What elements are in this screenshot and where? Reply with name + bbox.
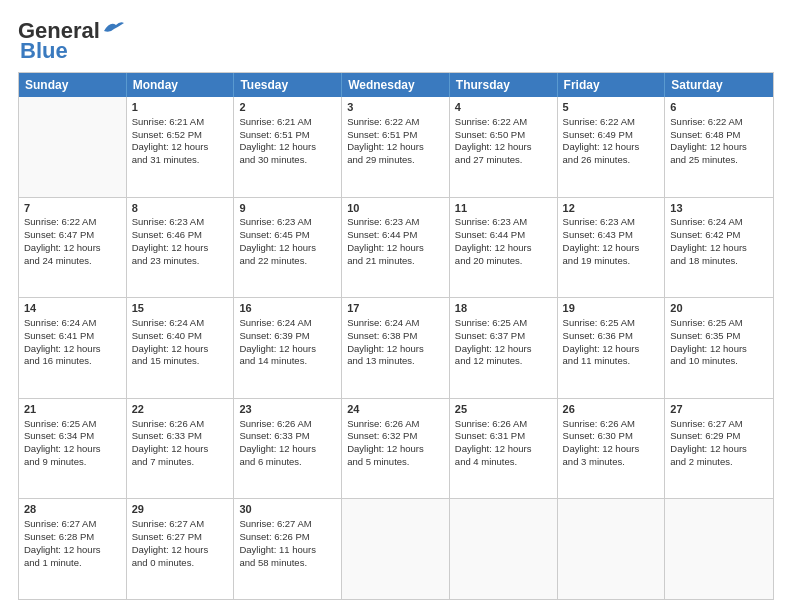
day-info: Sunrise: 6:24 AM bbox=[347, 317, 444, 330]
day-info: Daylight: 12 hours bbox=[347, 242, 444, 255]
day-info: Daylight: 12 hours bbox=[239, 242, 336, 255]
day-cell-12: 12Sunrise: 6:23 AMSunset: 6:43 PMDayligh… bbox=[558, 198, 666, 298]
day-info: Sunset: 6:33 PM bbox=[239, 430, 336, 443]
day-info: Daylight: 12 hours bbox=[132, 141, 229, 154]
day-info: Sunset: 6:51 PM bbox=[347, 129, 444, 142]
day-info: and 20 minutes. bbox=[455, 255, 552, 268]
day-number: 7 bbox=[24, 201, 121, 216]
day-info: Sunset: 6:46 PM bbox=[132, 229, 229, 242]
day-info: Daylight: 12 hours bbox=[563, 141, 660, 154]
day-info: Sunset: 6:34 PM bbox=[24, 430, 121, 443]
day-info: and 23 minutes. bbox=[132, 255, 229, 268]
day-info: Sunset: 6:37 PM bbox=[455, 330, 552, 343]
day-info: Sunrise: 6:22 AM bbox=[670, 116, 768, 129]
day-info: Daylight: 12 hours bbox=[24, 443, 121, 456]
day-info: Sunrise: 6:24 AM bbox=[132, 317, 229, 330]
day-number: 21 bbox=[24, 402, 121, 417]
day-number: 16 bbox=[239, 301, 336, 316]
day-cell-14: 14Sunrise: 6:24 AMSunset: 6:41 PMDayligh… bbox=[19, 298, 127, 398]
day-number: 22 bbox=[132, 402, 229, 417]
day-cell-10: 10Sunrise: 6:23 AMSunset: 6:44 PMDayligh… bbox=[342, 198, 450, 298]
day-number: 20 bbox=[670, 301, 768, 316]
day-info: Sunset: 6:44 PM bbox=[347, 229, 444, 242]
day-info: Sunrise: 6:24 AM bbox=[239, 317, 336, 330]
day-info: Sunset: 6:33 PM bbox=[132, 430, 229, 443]
day-number: 2 bbox=[239, 100, 336, 115]
day-info: and 29 minutes. bbox=[347, 154, 444, 167]
day-info: and 25 minutes. bbox=[670, 154, 768, 167]
day-info: and 3 minutes. bbox=[563, 456, 660, 469]
day-info: Sunset: 6:49 PM bbox=[563, 129, 660, 142]
day-info: and 21 minutes. bbox=[347, 255, 444, 268]
day-number: 18 bbox=[455, 301, 552, 316]
day-number: 17 bbox=[347, 301, 444, 316]
day-number: 23 bbox=[239, 402, 336, 417]
day-cell-21: 21Sunrise: 6:25 AMSunset: 6:34 PMDayligh… bbox=[19, 399, 127, 499]
day-info: Sunset: 6:30 PM bbox=[563, 430, 660, 443]
header-cell-thursday: Thursday bbox=[450, 73, 558, 97]
day-info: and 14 minutes. bbox=[239, 355, 336, 368]
calendar-body: 1Sunrise: 6:21 AMSunset: 6:52 PMDaylight… bbox=[19, 97, 773, 599]
day-info: and 11 minutes. bbox=[563, 355, 660, 368]
day-number: 3 bbox=[347, 100, 444, 115]
day-info: Sunrise: 6:27 AM bbox=[239, 518, 336, 531]
day-cell-23: 23Sunrise: 6:26 AMSunset: 6:33 PMDayligh… bbox=[234, 399, 342, 499]
day-info: Sunset: 6:44 PM bbox=[455, 229, 552, 242]
day-cell-29: 29Sunrise: 6:27 AMSunset: 6:27 PMDayligh… bbox=[127, 499, 235, 599]
day-number: 28 bbox=[24, 502, 121, 517]
day-info: Daylight: 12 hours bbox=[239, 141, 336, 154]
day-info: Daylight: 12 hours bbox=[24, 343, 121, 356]
calendar: SundayMondayTuesdayWednesdayThursdayFrid… bbox=[18, 72, 774, 600]
day-info: and 12 minutes. bbox=[455, 355, 552, 368]
day-info: Sunrise: 6:25 AM bbox=[455, 317, 552, 330]
header-cell-tuesday: Tuesday bbox=[234, 73, 342, 97]
day-cell-22: 22Sunrise: 6:26 AMSunset: 6:33 PMDayligh… bbox=[127, 399, 235, 499]
day-cell-30: 30Sunrise: 6:27 AMSunset: 6:26 PMDayligh… bbox=[234, 499, 342, 599]
day-info: Sunrise: 6:26 AM bbox=[132, 418, 229, 431]
day-cell-9: 9Sunrise: 6:23 AMSunset: 6:45 PMDaylight… bbox=[234, 198, 342, 298]
day-info: Sunrise: 6:26 AM bbox=[455, 418, 552, 431]
day-info: and 27 minutes. bbox=[455, 154, 552, 167]
day-info: Sunrise: 6:21 AM bbox=[239, 116, 336, 129]
day-number: 19 bbox=[563, 301, 660, 316]
day-info: Daylight: 12 hours bbox=[24, 242, 121, 255]
day-info: and 18 minutes. bbox=[670, 255, 768, 268]
day-info: Sunrise: 6:27 AM bbox=[132, 518, 229, 531]
day-info: Sunrise: 6:23 AM bbox=[132, 216, 229, 229]
day-info: Sunrise: 6:23 AM bbox=[347, 216, 444, 229]
calendar-header: SundayMondayTuesdayWednesdayThursdayFrid… bbox=[19, 73, 773, 97]
day-info: Daylight: 12 hours bbox=[347, 141, 444, 154]
day-info: Sunset: 6:32 PM bbox=[347, 430, 444, 443]
day-info: and 58 minutes. bbox=[239, 557, 336, 570]
day-cell-1: 1Sunrise: 6:21 AMSunset: 6:52 PMDaylight… bbox=[127, 97, 235, 197]
day-number: 13 bbox=[670, 201, 768, 216]
calendar-row-2: 14Sunrise: 6:24 AMSunset: 6:41 PMDayligh… bbox=[19, 298, 773, 399]
day-info: and 1 minute. bbox=[24, 557, 121, 570]
day-info: Daylight: 12 hours bbox=[563, 242, 660, 255]
day-cell-3: 3Sunrise: 6:22 AMSunset: 6:51 PMDaylight… bbox=[342, 97, 450, 197]
day-number: 5 bbox=[563, 100, 660, 115]
day-cell-6: 6Sunrise: 6:22 AMSunset: 6:48 PMDaylight… bbox=[665, 97, 773, 197]
day-cell-20: 20Sunrise: 6:25 AMSunset: 6:35 PMDayligh… bbox=[665, 298, 773, 398]
day-number: 4 bbox=[455, 100, 552, 115]
day-cell-28: 28Sunrise: 6:27 AMSunset: 6:28 PMDayligh… bbox=[19, 499, 127, 599]
day-info: Sunrise: 6:22 AM bbox=[563, 116, 660, 129]
day-info: Daylight: 12 hours bbox=[24, 544, 121, 557]
day-info: Daylight: 12 hours bbox=[239, 443, 336, 456]
day-info: and 15 minutes. bbox=[132, 355, 229, 368]
day-info: Daylight: 12 hours bbox=[670, 343, 768, 356]
day-cell-4: 4Sunrise: 6:22 AMSunset: 6:50 PMDaylight… bbox=[450, 97, 558, 197]
day-info: Daylight: 12 hours bbox=[670, 443, 768, 456]
day-info: Sunset: 6:28 PM bbox=[24, 531, 121, 544]
day-number: 24 bbox=[347, 402, 444, 417]
day-number: 1 bbox=[132, 100, 229, 115]
day-info: Sunset: 6:35 PM bbox=[670, 330, 768, 343]
day-info: Sunset: 6:51 PM bbox=[239, 129, 336, 142]
day-number: 8 bbox=[132, 201, 229, 216]
day-info: Daylight: 12 hours bbox=[132, 343, 229, 356]
day-info: Daylight: 12 hours bbox=[132, 443, 229, 456]
day-info: Daylight: 12 hours bbox=[455, 242, 552, 255]
day-info: Daylight: 11 hours bbox=[239, 544, 336, 557]
day-number: 30 bbox=[239, 502, 336, 517]
day-cell-11: 11Sunrise: 6:23 AMSunset: 6:44 PMDayligh… bbox=[450, 198, 558, 298]
